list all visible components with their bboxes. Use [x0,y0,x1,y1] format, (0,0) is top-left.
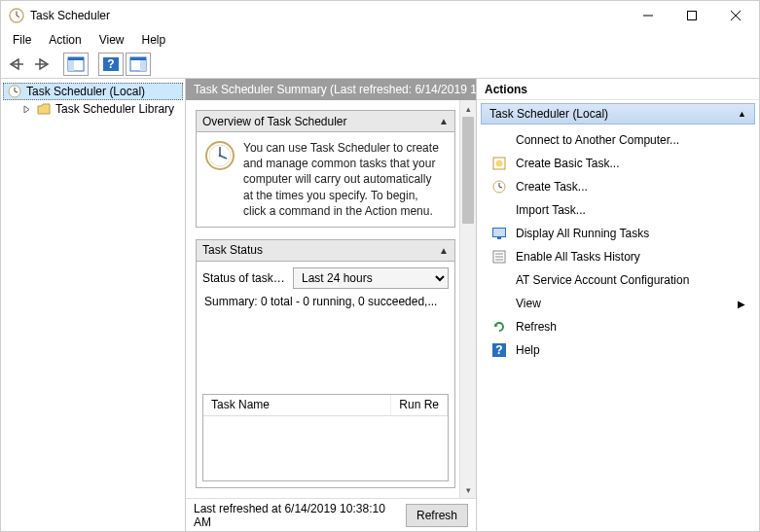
collapse-icon[interactable]: ▲ [439,245,449,256]
scroll-thumb[interactable] [462,117,474,224]
footer: Last refreshed at 6/14/2019 10:38:10 AM … [186,498,476,531]
app-icon [9,8,24,23]
actions-context-label: Task Scheduler (Local) [489,107,608,121]
svg-rect-11 [68,60,74,71]
menubar: File Action View Help [1,30,759,50]
tree-root[interactable]: Task Scheduler (Local) [3,83,183,100]
toolbar: ? [1,50,759,79]
task-status-header[interactable]: Task Status ▲ [197,240,454,262]
action-at-service-account-configuration[interactable]: AT Service Account Configuration [481,268,755,292]
svg-point-26 [496,160,503,167]
blank-icon [490,295,508,312]
menu-file[interactable]: File [5,31,39,49]
svg-rect-16 [140,60,146,71]
overview-title: Overview of Task Scheduler [202,115,433,128]
maximize-button[interactable] [670,2,713,29]
action-create-basic-task[interactable]: Create Basic Task... [481,152,755,175]
tree-library-label: Task Scheduler Library [55,102,174,116]
titlebar: Task Scheduler [1,1,759,30]
blank-icon [490,271,508,289]
tree-root-label: Task Scheduler (Local) [26,85,145,98]
scroll-down-icon[interactable]: ▾ [460,481,476,498]
action-help[interactable]: ? Help [481,338,755,362]
center-scrollbar[interactable]: ▴ ▾ [459,100,476,498]
summary-header: Task Scheduler Summary (Last refreshed: … [186,79,476,100]
close-button[interactable] [713,2,757,29]
collapse-icon[interactable]: ▲ [439,116,449,126]
refresh-icon [490,318,508,336]
svg-rect-30 [493,229,506,237]
tree-pane: Task Scheduler (Local) Task Scheduler Li… [1,79,186,531]
forward-button[interactable] [30,53,54,76]
svg-rect-10 [68,57,84,60]
svg-rect-31 [497,237,501,239]
svg-text:?: ? [495,343,502,357]
action-create-task[interactable]: Create Task... [481,175,755,198]
refresh-button[interactable]: Refresh [406,504,468,527]
actions-pane: Actions Task Scheduler (Local) ▲ Connect… [477,79,759,531]
action-enable-all-tasks-history[interactable]: Enable All Tasks History [481,245,755,268]
task-icon [490,178,508,195]
action-refresh[interactable]: Refresh [481,315,755,338]
blank-icon [490,201,508,219]
column-task-name[interactable]: Task Name [203,395,391,415]
svg-text:?: ? [107,57,114,71]
show-hide-console-tree-button[interactable] [63,53,89,76]
last-refreshed-text: Last refreshed at 6/14/2019 10:38:10 AM [194,502,398,529]
column-run-result[interactable]: Run Re [391,395,448,415]
action-view[interactable]: View ▶ [481,292,755,315]
action-import-task[interactable]: Import Task... [481,198,755,222]
window-title: Task Scheduler [30,9,626,22]
menu-view[interactable]: View [91,31,132,49]
back-button[interactable] [5,53,28,76]
center-pane: Task Scheduler Summary (Last refreshed: … [186,79,477,531]
folder-icon [36,101,52,117]
body-area: Task Scheduler (Local) Task Scheduler Li… [1,79,759,531]
help-icon: ? [490,341,508,359]
status-period-select[interactable]: Last 24 hours [293,267,449,289]
svg-point-24 [219,155,222,158]
status-of-tasks-label: Status of tasks ... [202,271,287,285]
menu-help[interactable]: Help [134,31,174,49]
overview-text: You can use Task Scheduler to create and… [243,140,443,219]
overview-group: Overview of Task Scheduler ▲ You can use… [196,110,455,228]
action-display-all-running-tasks[interactable]: Display All Running Tasks [481,222,755,245]
help-button[interactable]: ? [98,53,124,76]
clock-icon [7,84,22,99]
tree-library[interactable]: Task Scheduler Library [18,100,183,118]
submenu-arrow-icon: ▶ [738,299,745,309]
expand-icon[interactable] [21,104,32,115]
svg-rect-4 [687,12,696,20]
wizard-icon [490,155,508,172]
overview-header[interactable]: Overview of Task Scheduler ▲ [197,111,454,132]
task-list: Task Name Run Re [202,394,449,481]
history-icon [490,248,508,266]
status-summary: Summary: 0 total - 0 running, 0 succeede… [197,289,454,314]
task-status-group: Task Status ▲ Status of tasks ... Last 2… [196,239,455,488]
svg-rect-15 [130,57,146,60]
clock-large-icon [204,140,235,171]
collapse-icon: ▲ [738,109,746,119]
minimize-button[interactable] [626,2,670,29]
blank-icon [490,131,508,149]
actions-context-header[interactable]: Task Scheduler (Local) ▲ [481,103,755,124]
actions-title: Actions [477,79,759,100]
menu-action[interactable]: Action [41,31,89,49]
display-icon [490,225,508,242]
scroll-up-icon[interactable]: ▴ [460,100,476,117]
task-status-title: Task Status [202,243,433,257]
action-connect-to-another-computer[interactable]: Connect to Another Computer... [481,128,755,152]
show-hide-action-pane-button[interactable] [126,53,151,76]
